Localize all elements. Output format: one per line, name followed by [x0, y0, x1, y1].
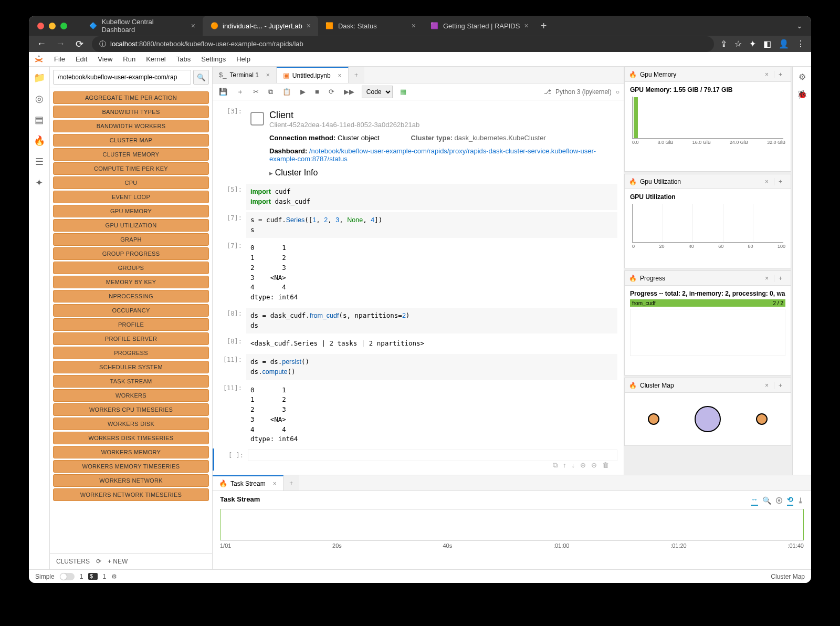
dask-dashboard-button[interactable]: CLUSTER MEMORY [53, 148, 209, 161]
tab-task-stream[interactable]: 🔥Task Stream× [213, 475, 284, 491]
simple-toggle[interactable] [60, 573, 75, 580]
menu-icon[interactable]: ⋮ [796, 39, 805, 49]
browser-tab-rapids[interactable]: 🟪Getting Started | RAPIDS× [423, 16, 536, 36]
close-icon[interactable]: × [273, 480, 277, 487]
dask-dashboard-button[interactable]: PROFILE [53, 318, 209, 331]
close-icon[interactable]: × [765, 178, 769, 185]
dask-dashboard-button[interactable]: CLUSTER MAP [53, 134, 209, 147]
restart-icon[interactable]: ⟳ [327, 87, 337, 97]
bookmark-icon[interactable]: ☆ [734, 39, 742, 49]
move-up-icon[interactable]: ↑ [563, 461, 566, 470]
property-inspector-icon[interactable]: ⚙ [799, 72, 806, 82]
insert-below-icon[interactable]: ⊖ [591, 461, 597, 470]
move-down-icon[interactable]: ↓ [572, 461, 575, 470]
dask-dashboard-button[interactable]: GROUPS [53, 262, 209, 274]
dask-dashboard-button[interactable]: MEMORY BY KEY [53, 276, 209, 288]
dask-dashboard-button[interactable]: WORKERS DISK [53, 418, 209, 430]
sidepanel-icon[interactable]: ◧ [763, 39, 771, 49]
refresh-icon[interactable]: ⟳ [96, 558, 101, 565]
browser-tab-dask[interactable]: 🟧Dask: Status× [318, 16, 423, 36]
dask-dashboard-button[interactable]: GPU MEMORY [53, 205, 209, 217]
render-icon[interactable]: ▦ [398, 87, 408, 97]
git-icon[interactable]: ⎇ [544, 88, 551, 96]
jupyter-logo-icon[interactable] [33, 54, 45, 65]
new-tab-button[interactable]: + [536, 16, 552, 36]
dask-dashboard-button[interactable]: COMPUTE TIME PER KEY [53, 162, 209, 175]
wheel-zoom-icon[interactable]: ⦿ [775, 496, 783, 505]
menu-tabs[interactable]: Tabs [171, 55, 196, 63]
dask-dashboard-button[interactable]: AGGREGATE TIME PER ACTION [53, 91, 209, 104]
close-icon[interactable]: × [307, 22, 311, 30]
tab-notebook[interactable]: ▣Untitled.ipynb× [277, 67, 349, 83]
add-icon[interactable]: + [774, 71, 786, 78]
close-icon[interactable]: × [266, 71, 270, 79]
add-icon[interactable]: + [774, 178, 786, 185]
site-info-icon[interactable]: ⓘ [99, 39, 106, 49]
run-icon[interactable]: ▶ [298, 87, 308, 97]
pan-icon[interactable]: ↔ [751, 495, 758, 506]
menu-settings[interactable]: Settings [196, 55, 231, 63]
dashboard-link[interactable]: /notebook/kubeflow-user-example-com/rapi… [269, 147, 596, 163]
task-stream-chart[interactable] [220, 509, 804, 540]
code-cell[interactable]: ds = ds.persist() ds.compute() [246, 354, 617, 380]
stop-icon[interactable]: ■ [313, 87, 321, 97]
dask-dashboard-button[interactable]: EVENT LOOP [53, 191, 209, 203]
reload-button[interactable]: ⟳ [73, 38, 86, 50]
new-tab-button[interactable]: + [284, 475, 299, 491]
close-icon[interactable]: × [765, 275, 769, 282]
close-icon[interactable]: × [412, 22, 416, 30]
kernel-status-icon[interactable]: ○ [616, 88, 620, 96]
save-icon[interactable]: ⤓ [797, 496, 804, 505]
new-cluster-button[interactable]: + NEW [108, 558, 128, 565]
dask-url-input[interactable] [53, 70, 191, 85]
dask-dashboard-button[interactable]: BANDWIDTH WORKERS [53, 120, 209, 132]
dask-icon[interactable]: 🔥 [34, 135, 45, 147]
browser-tab-jupyter[interactable]: 🟠individual-c... - JupyterLab× [203, 16, 318, 36]
insert-above-icon[interactable]: ⊕ [580, 461, 586, 470]
dask-dashboard-button[interactable]: WORKERS CPU TIMESERIES [53, 403, 209, 416]
dask-dashboard-button[interactable]: WORKERS MEMORY TIMESERIES [53, 460, 209, 473]
files-icon[interactable]: 📁 [34, 72, 45, 84]
save-icon[interactable]: 💾 [217, 87, 229, 97]
add-cell-icon[interactable]: ＋ [235, 86, 246, 98]
menu-kernel[interactable]: Kernel [141, 55, 171, 63]
close-icon[interactable]: × [765, 382, 769, 389]
kernel-name[interactable]: Python 3 (ipykernel) [555, 88, 612, 96]
dask-dashboard-button[interactable]: WORKERS NETWORK TIMESERIES [53, 488, 209, 501]
close-window-icon[interactable] [37, 23, 44, 29]
dask-dashboard-button[interactable]: GRAPH [53, 233, 209, 246]
add-icon[interactable]: + [774, 275, 786, 282]
dask-dashboard-button[interactable]: BANDWIDTH TYPES [53, 106, 209, 118]
url-field[interactable]: ⓘ localhost:8080/notebook/kubeflow-user-… [92, 36, 714, 52]
dask-dashboard-button[interactable]: SCHEDULER SYSTEM [53, 361, 209, 373]
tabs-dropdown-icon[interactable]: ⌄ [796, 22, 803, 30]
new-tab-button[interactable]: + [349, 67, 364, 83]
dask-dashboard-button[interactable]: PROGRESS [53, 347, 209, 359]
menu-view[interactable]: View [92, 55, 118, 63]
dask-dashboard-button[interactable]: WORKERS DISK TIMESERIES [53, 432, 209, 444]
dask-dashboard-button[interactable]: WORKERS [53, 389, 209, 402]
paste-icon[interactable]: 📋 [280, 87, 293, 97]
dask-dashboard-button[interactable]: PROFILE SERVER [53, 332, 209, 345]
duplicate-icon[interactable]: ⧉ [553, 461, 558, 470]
toc-icon[interactable]: ☰ [34, 156, 45, 168]
close-icon[interactable]: × [191, 22, 195, 30]
cluster-info-toggle[interactable]: Cluster Info [250, 168, 620, 178]
dask-dashboard-button[interactable]: OCCUPANCY [53, 304, 209, 317]
add-icon[interactable]: + [774, 382, 786, 389]
search-button[interactable]: 🔍 [193, 70, 209, 85]
code-cell[interactable]: import cudf import dask_cudf [246, 184, 617, 210]
menu-run[interactable]: Run [118, 55, 141, 63]
menu-edit[interactable]: Edit [70, 55, 92, 63]
extensions-icon[interactable]: ✦ [749, 39, 756, 49]
cell-type-select[interactable]: Code [362, 86, 393, 98]
profile-icon[interactable]: 👤 [779, 39, 789, 49]
dask-dashboard-button[interactable]: GPU UTILIZATION [53, 219, 209, 232]
code-cell[interactable]: ds = dask_cudf.from_cudf(s, npartitions=… [246, 308, 617, 334]
tab-terminal[interactable]: $_Terminal 1× [213, 67, 277, 83]
settings-icon[interactable]: ⚙ [111, 573, 117, 580]
code-cell[interactable] [248, 450, 617, 461]
dask-dashboard-button[interactable]: WORKERS MEMORY [53, 446, 209, 458]
copy-icon[interactable]: ⧉ [266, 87, 275, 97]
browser-tab-kubeflow[interactable]: 🔷Kubeflow Central Dashboard× [82, 16, 203, 36]
